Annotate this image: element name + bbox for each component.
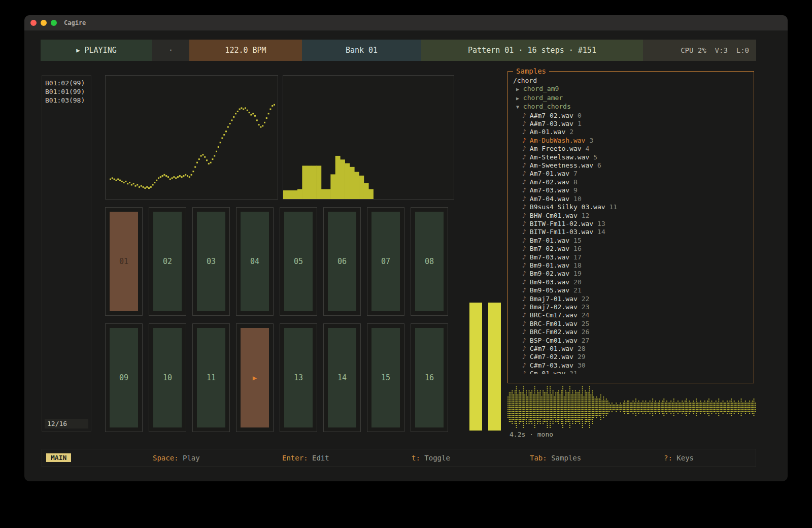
sample-file-row[interactable]: ♪Am-01.wav2 (512, 128, 750, 136)
pad-01[interactable]: 01 (105, 207, 143, 316)
sample-file-row[interactable]: ♪Bm9-01.wav18 (512, 261, 750, 270)
sample-index: 13 (597, 220, 605, 227)
sample-file-row[interactable]: ♪Bm9-05.wav21 (512, 286, 750, 294)
pad-06[interactable]: 06 (323, 207, 361, 316)
minimize-button[interactable] (41, 20, 47, 26)
note-icon: ♪ (522, 278, 526, 286)
system-stats: CPU 2% V:3 L:0 (643, 40, 756, 61)
titlebar: Cagire (24, 15, 788, 30)
sample-file-row[interactable]: ♪BITW-Fm11-02.wav13 (512, 220, 750, 228)
note-icon: ♪ (522, 303, 526, 311)
zoom-button[interactable] (51, 20, 57, 26)
pad-04[interactable]: 04 (236, 207, 274, 316)
sample-file-row[interactable]: ♪C#m7-03.wav30 (512, 361, 750, 370)
sample-file-row[interactable]: ♪Am-Steelsaw.wav5 (512, 153, 750, 161)
pad-16[interactable]: 16 (411, 323, 448, 432)
folder-name: chord_amer (519, 94, 563, 102)
sample-file-row[interactable]: ♪A#m7-02.wav0 (512, 112, 750, 120)
note-icon: ♪ (522, 137, 526, 144)
sample-file-row[interactable]: ♪BITW-Fm11-03.wav14 (512, 228, 750, 236)
sample-file-row[interactable]: ♪BRC-Fm01.wav25 (512, 320, 750, 328)
pad-10[interactable]: 10 (149, 323, 186, 432)
sample-folder-row[interactable]: ▼ chord_chords (512, 103, 750, 111)
sample-name: Am7-04.wav (530, 195, 569, 203)
pad-label: 04 (241, 212, 269, 311)
close-button[interactable] (30, 20, 37, 26)
note-icon: ♪ (522, 112, 526, 119)
sample-folder-row[interactable]: ▶ chord_am9 (512, 85, 750, 93)
sample-file-row[interactable]: ♪Am7-02.wav8 (512, 178, 750, 186)
note-icon: ♪ (522, 212, 526, 219)
pad-13[interactable]: 13 (280, 323, 317, 432)
sample-folder-row[interactable]: ▶ chord_amer (512, 94, 750, 103)
sample-file-row[interactable]: ♪Bm9-02.wav19 (512, 270, 750, 278)
sample-file-row[interactable]: ♪Bm9-03.wav20 (512, 278, 750, 286)
sample-file-row[interactable]: ♪BSP-Cm01.wav27 (512, 337, 750, 345)
sample-index: 12 (582, 212, 590, 219)
keybind-play: Space: Play (153, 454, 200, 462)
sample-file-row[interactable]: ♪BRC-Fm02.wav26 (512, 328, 750, 336)
sample-file-row[interactable]: ♪Am-Sweetness.wav6 (512, 161, 750, 170)
sample-name: Am-Sweetness.wav (530, 161, 593, 169)
pad-02[interactable]: 02 (149, 207, 186, 316)
voices-panel: B01:02(99)B01:01(99)B01:03(98) 12/16 (42, 75, 91, 432)
sample-name: Bm9-02.wav (530, 270, 569, 277)
voice-item: B01:03(98) (45, 96, 88, 105)
note-icon: ♪ (522, 161, 526, 169)
pad-label: 10 (153, 328, 182, 427)
sample-index: 15 (573, 237, 582, 244)
sample-file-row[interactable]: ♪Am7-04.wav10 (512, 195, 750, 203)
pad-label: 03 (197, 212, 225, 311)
note-icon: ♪ (522, 261, 526, 269)
pads-grid: 0102030405060708091011▶13141516 (105, 207, 454, 432)
sample-file-row[interactable]: ♪Cm-01.wav31 (512, 370, 750, 374)
sample-index: 31 (569, 370, 578, 374)
pad-08[interactable]: 08 (411, 207, 448, 316)
note-icon: ♪ (522, 203, 526, 211)
sample-file-row[interactable]: ♪Bmaj7-01.wav22 (512, 295, 750, 303)
transport-label: PLAYING (85, 46, 117, 55)
sample-file-row[interactable]: ♪Am7-01.wav7 (512, 170, 750, 178)
sample-file-row[interactable]: ♪BRC-Cm17.wav24 (512, 311, 750, 319)
pad-label: 01 (110, 212, 138, 311)
sample-file-row[interactable]: ♪C#m7-01.wav28 (512, 345, 750, 353)
pad-15[interactable]: 15 (367, 323, 404, 432)
key-action: Play (183, 454, 200, 462)
sample-index: 10 (573, 195, 582, 203)
sample-file-row[interactable]: ♪BHW-Cm01.wav12 (512, 212, 750, 220)
sample-file-row[interactable]: ♪Am-Freeto.wav4 (512, 145, 750, 153)
note-icon: ♪ (522, 345, 526, 352)
pad-07[interactable]: 07 (367, 207, 404, 316)
samples-path: /chord (512, 77, 750, 85)
sample-file-row[interactable]: ♪Bm7-02.wav16 (512, 245, 750, 253)
sample-index: 14 (597, 228, 605, 236)
sample-file-row[interactable]: ♪Am7-03.wav9 (512, 186, 750, 194)
key-name: Enter: (282, 454, 312, 462)
folder-name: chord_am9 (519, 85, 559, 92)
sample-file-row[interactable]: ♪C#m7-02.wav29 (512, 353, 750, 361)
sample-file-row[interactable]: ♪A#m7-03.wav1 (512, 120, 750, 128)
sample-index: 1 (578, 120, 582, 127)
pad-03[interactable]: 03 (192, 207, 230, 316)
pad-09[interactable]: 09 (105, 323, 143, 432)
waveform-info: 4.2s · mono (510, 431, 553, 438)
pad-12[interactable]: ▶ (236, 323, 274, 432)
pad-11[interactable]: 11 (192, 323, 230, 432)
key-action: Samples (551, 454, 581, 462)
sample-file-row[interactable]: ♪B9sus4 Silky 03.wav11 (512, 203, 750, 211)
note-icon: ♪ (522, 228, 526, 236)
pad-05[interactable]: 05 (280, 207, 317, 316)
sample-name: A#m7-02.wav (530, 112, 573, 119)
transport-status: ▶ PLAYING (41, 40, 152, 61)
sample-file-row[interactable]: ♪Bm7-01.wav15 (512, 237, 750, 245)
waveform-display (507, 385, 756, 430)
key-name: Tab: (530, 454, 551, 462)
sample-index: 17 (573, 253, 582, 261)
sample-file-row[interactable]: ♪Am-DubWash.wav3 (512, 137, 750, 145)
sample-name: BITW-Fm11-03.wav (530, 228, 593, 236)
keybind-edit: Enter: Edit (282, 454, 329, 462)
sample-file-row[interactable]: ♪Bm7-03.wav17 (512, 253, 750, 261)
sample-file-row[interactable]: ♪Bmaj7-02.wav23 (512, 303, 750, 311)
pad-14[interactable]: 14 (323, 323, 361, 432)
note-icon: ♪ (522, 186, 526, 194)
